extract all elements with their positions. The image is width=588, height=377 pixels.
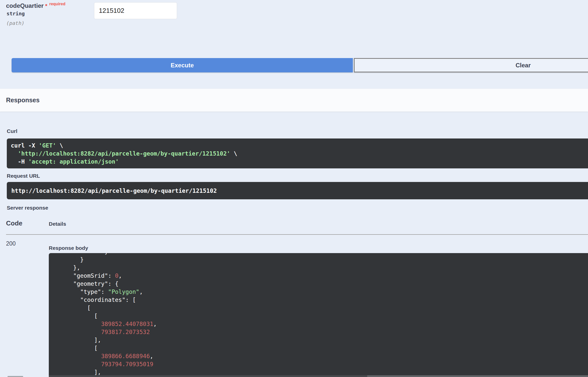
responses-section-header: Responses — [0, 89, 588, 112]
server-response-label: Server response — [7, 205, 48, 211]
parameter-location: (path) — [6, 20, 24, 26]
code-column-header: Code — [6, 219, 22, 227]
details-column-header: Details — [49, 221, 66, 227]
curl-command-block: curl -X 'GET' \ 'http://localhost:8282/a… — [7, 138, 588, 168]
curl-label: Curl — [7, 128, 17, 134]
response-body-json: } } }, "geomSrid": 0, "geometry": { "typ… — [49, 253, 588, 376]
required-label: required — [49, 2, 65, 6]
request-url-block: http://localhost:8282/api/parcelle-geom/… — [7, 182, 588, 199]
parameter-name-label: codeQuartier — [6, 2, 44, 9]
parameter-type: string — [7, 11, 25, 17]
parameter-meta: codeQuartier*required string (path) — [6, 0, 65, 10]
status-code: 200 — [6, 240, 16, 247]
request-url-value: http://localhost:8282/api/parcelle-geom/… — [11, 187, 217, 194]
horizontal-scrollbar-track[interactable] — [49, 375, 588, 377]
request-url-label: Request URL — [7, 173, 40, 179]
clear-button[interactable]: Clear — [354, 58, 588, 72]
responses-title: Responses — [6, 97, 39, 104]
table-header-divider — [6, 234, 588, 235]
response-body-label: Response body — [49, 245, 88, 251]
response-body-block[interactable]: } } }, "geomSrid": 0, "geometry": { "typ… — [49, 253, 588, 377]
codequartier-input[interactable] — [94, 2, 177, 19]
horizontal-scrollbar-thumb[interactable] — [49, 375, 367, 377]
parameter-name: codeQuartier*required — [6, 0, 65, 10]
execute-button[interactable]: Execute — [12, 58, 353, 72]
browser-status-fragment — [8, 376, 23, 377]
required-asterisk: * — [45, 3, 47, 9]
execute-clear-row: Execute Clear — [12, 58, 588, 72]
